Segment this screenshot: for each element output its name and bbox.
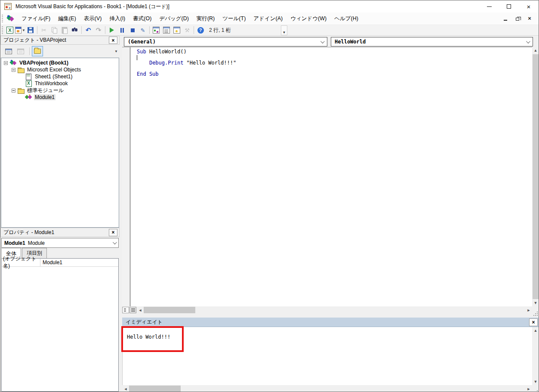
code-segment: Sub <box>137 49 149 55</box>
toggle-folders-button[interactable] <box>32 46 43 56</box>
mdi-minimize-button[interactable] <box>502 16 508 21</box>
help-button[interactable]: ? <box>195 25 206 35</box>
vbaproject-icon <box>10 60 17 66</box>
vba-editor-window: Microsoft Visual Basic for Applications … <box>0 0 539 392</box>
tree-item-label: 標準モジュール <box>26 87 65 94</box>
resize-grip[interactable] <box>532 385 539 392</box>
workbook-icon <box>25 80 32 86</box>
run-button[interactable] <box>107 25 117 35</box>
maximize-button[interactable] <box>499 0 519 12</box>
code-editor[interactable]: Sub HelloWorld() Debug.Print "Hello Worl… <box>122 47 532 306</box>
menu-item-4[interactable]: 書式(O) <box>129 13 155 25</box>
copy-icon <box>51 27 58 34</box>
minimize-button[interactable] <box>479 0 499 12</box>
break-button[interactable] <box>117 25 127 35</box>
scrollbar-thumb[interactable] <box>129 386 181 392</box>
toolbox-button[interactable]: ⚒ <box>182 25 192 35</box>
view-excel-button[interactable]: X <box>5 25 15 35</box>
vba-logo-icon <box>6 15 14 22</box>
redo-arrow-icon: ↷ <box>95 27 102 34</box>
toolbar-grip-handle[interactable] <box>2 26 3 34</box>
chevron-down-icon <box>113 240 117 244</box>
immediate-panel-title: イミディエイト <box>126 318 163 326</box>
properties-panel-close-button[interactable]: × <box>109 229 117 236</box>
close-button[interactable]: × <box>519 0 539 12</box>
menu-grip-handle[interactable] <box>2 15 3 22</box>
menu-item-10[interactable]: ヘルプ(H) <box>330 13 362 25</box>
cut-button[interactable]: ✂ <box>39 25 49 35</box>
tree-item-standard-modules[interactable]: 標準モジュール <box>1 87 119 94</box>
scroll-down-icon[interactable]: ▼ <box>532 299 539 306</box>
resize-grip[interactable] <box>532 306 539 314</box>
object-browser-button[interactable] <box>172 25 182 35</box>
immediate-window[interactable]: Hello World!!! <box>122 327 532 385</box>
menu-item-8[interactable]: アドイン(A) <box>249 13 286 25</box>
scroll-right-icon[interactable]: ► <box>525 385 532 392</box>
project-panel-header[interactable]: プロジェクト - VBAProject × <box>0 36 120 45</box>
menu-item-3[interactable]: 挿入(I) <box>105 13 129 25</box>
properties-window-button[interactable] <box>161 25 172 35</box>
tree-item-thisworkbook[interactable]: ThisWorkbook <box>1 80 119 87</box>
project-toolbar-overflow-button[interactable]: ▼ <box>114 49 118 53</box>
scroll-left-icon[interactable]: ◄ <box>122 385 129 392</box>
procedure-dropdown[interactable]: HelloWorld <box>331 37 533 46</box>
menu-item-2[interactable]: 表示(V) <box>80 13 106 25</box>
tree-expander-icon[interactable] <box>12 89 15 93</box>
tree-item-sheet1[interactable]: Sheet1 (Sheet1) <box>1 73 119 80</box>
help-icon: ? <box>197 27 204 34</box>
tree-expander-icon[interactable] <box>12 68 15 72</box>
toolbar-overflow-button[interactable]: ▼ <box>281 25 287 35</box>
insert-userform-button[interactable]: ▼ <box>15 25 25 35</box>
properties-panel-title: プロパティ - Module1 <box>3 229 54 236</box>
object-dropdown[interactable]: (General) <box>124 37 327 46</box>
immediate-panel-close-button[interactable]: × <box>529 318 538 326</box>
copy-button[interactable] <box>49 25 59 35</box>
redo-button[interactable]: ↷ <box>93 25 104 35</box>
design-mode-button[interactable]: ✎ <box>138 25 148 35</box>
scrollbar-thumb[interactable] <box>144 307 195 313</box>
mdi-restore-button[interactable] <box>514 16 521 21</box>
tree-item-label: VBAProject (Book1) <box>18 60 69 66</box>
object-selector-dropdown[interactable]: Module1 Module <box>1 238 119 248</box>
paste-button[interactable] <box>59 25 70 35</box>
scroll-left-icon[interactable]: ◄ <box>137 306 144 314</box>
view-code-button[interactable] <box>3 46 14 56</box>
tree-expander-icon[interactable] <box>4 61 8 65</box>
property-row[interactable]: (オブジェクト名)Module1 <box>2 259 118 267</box>
code-bottom-bar: ◄ ► <box>122 306 532 314</box>
tree-item-excel-objects[interactable]: Microsoft Excel Objects <box>1 66 119 73</box>
save-button[interactable] <box>25 25 36 35</box>
menu-item-9[interactable]: ウィンドウ(W) <box>286 13 330 25</box>
menu-item-6[interactable]: 実行(R) <box>193 13 219 25</box>
title-bar: Microsoft Visual Basic for Applications … <box>0 0 539 12</box>
scroll-up-icon[interactable]: ▲ <box>532 47 539 54</box>
find-button[interactable] <box>70 25 80 35</box>
menu-item-1[interactable]: 編集(E) <box>54 13 80 25</box>
immediate-vertical-scrollbar[interactable]: ▲ ▼ <box>532 327 539 385</box>
project-explorer-button[interactable] <box>151 25 161 35</box>
property-value[interactable]: Module1 <box>40 259 62 265</box>
scroll-down-icon[interactable]: ▼ <box>532 378 539 385</box>
procedure-view-button[interactable] <box>122 307 129 313</box>
project-panel-close-button[interactable]: × <box>109 37 117 44</box>
scrollbar-thumb[interactable] <box>533 54 539 299</box>
view-object-button[interactable] <box>15 46 26 56</box>
properties-panel-header[interactable]: プロパティ - Module1 × <box>0 228 120 237</box>
scroll-right-icon[interactable]: ► <box>525 306 532 314</box>
immediate-horizontal-scrollbar[interactable]: ◄ ► <box>122 385 532 392</box>
reset-button[interactable] <box>127 25 138 35</box>
scroll-up-icon[interactable]: ▲ <box>532 327 539 334</box>
menu-item-5[interactable]: デバッグ(D) <box>155 13 193 25</box>
code-vertical-scrollbar[interactable]: ▲ ▼ <box>532 47 539 306</box>
code-horizontal-scrollbar[interactable]: ◄ ► <box>137 306 532 314</box>
mdi-close-button[interactable]: × <box>527 16 533 21</box>
tree-item-module1[interactable]: Module1 <box>1 94 119 101</box>
undo-button[interactable]: ↶ <box>83 25 93 35</box>
immediate-panel-header[interactable]: イミディエイト × <box>122 318 539 327</box>
menu-item-7[interactable]: ツール(T) <box>219 13 249 25</box>
menu-item-0[interactable]: ファイル(F) <box>18 13 54 25</box>
full-module-view-button[interactable] <box>129 307 136 313</box>
code-segment <box>137 60 149 66</box>
tree-item-vbaproject[interactable]: VBAProject (Book1) <box>1 59 119 66</box>
divider <box>194 26 194 34</box>
